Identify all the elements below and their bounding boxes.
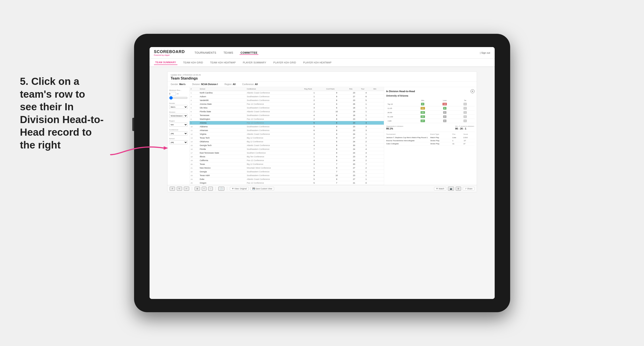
update-time: Update time: 27/03/2024 16:56:26 [171,74,201,76]
cell-reg-rank: 7 [303,147,325,151]
cell-tour: 3 [360,129,372,132]
table-row[interactable]: 19 California Pac-12 Conference 4 8 24 2 [190,159,384,163]
cell-reg-rank: 1 [303,155,325,159]
table-row[interactable]: 10 Alabama Southeastern Conference 5 8 2… [190,125,384,129]
nav-items: TOURNAMENTS TEAMS COMMITTEE [194,51,474,55]
view-original-button[interactable]: 👁 View: Original [230,187,249,190]
cell-tour: 1 [360,102,372,106]
grid-button[interactable]: ⊞ [456,187,461,191]
table-row[interactable]: 20 Texas Big 12 Conference 3 7 20 7 [190,163,384,166]
table-row[interactable]: 17 East Tennessee State Southern Confere… [190,151,384,155]
cell-tour: 6 [360,95,372,99]
save-custom-button[interactable]: 💾 Save Custom View [250,187,274,190]
table-row[interactable]: 11 Arkansas Southeastern Conference 6 8 … [190,129,384,132]
school-select[interactable]: (All) [169,140,188,144]
zoom-in-button[interactable]: + [202,187,206,191]
cell-school: Ole Miss [199,106,246,110]
table-row[interactable]: 6 Florida State Atlantic Coast Conferenc… [190,110,384,114]
table-row[interactable]: 22 Georgia Southeastern Conference 8 7 2… [190,170,384,174]
sub-nav-player-h2h-heatmap[interactable]: PLAYER H2H HEATMAP [302,60,333,65]
nav-tournaments[interactable]: TOURNAMENTS [194,51,217,55]
sub-nav-team-summary[interactable]: TEAM SUMMARY [154,60,178,65]
table-row[interactable]: 21 New Mexico Mountain West Conference 1… [190,166,384,170]
sub-nav-team-h2h-grid[interactable]: TEAM H2H GRID [182,60,204,65]
redo-button[interactable]: ↻ [177,187,182,191]
cell-reg-rank: 2 [303,117,325,121]
region-select[interactable]: N/A [169,123,188,127]
table-row[interactable]: 8 Washington Pac-12 Conference 2 8 23 1 [190,117,384,121]
cell-rds: 23 [348,99,360,102]
table-row[interactable]: 4 Arizona State Pac-12 Conference 4 6 26… [190,102,384,106]
col-tour: Tour [360,87,372,91]
table-row[interactable]: 15 Georgia Tech Atlantic Coast Conferenc… [190,144,384,147]
cell-rank: 9 [190,121,199,125]
table-row[interactable]: 18 Illinois Big Ten Conference 1 9 23 3 [190,155,384,159]
logo-text: SCOREBOARD [154,49,185,54]
col-school: School [199,87,246,91]
table-row[interactable]: 12 Virginia Atlantic Coast Conference 3 … [190,132,384,136]
conference-select[interactable]: (All) [169,132,188,136]
cell-conference: Pac-12 Conference [246,159,303,163]
table-row[interactable]: 16 Florida Southeastern Conference 7 9 2… [190,147,384,151]
cell-conference: Pac-12 Conference [246,102,303,106]
h2h-cell-tie: 0 [456,106,474,111]
h2h-cell-range: 26-50 [386,111,412,115]
outer-background: 5. Click on a team's row to see their In… [0,0,644,346]
zoom-out-button[interactable]: − [208,187,213,191]
filter-division: Division: NCAA Division I [192,83,218,86]
screenshot-button[interactable]: 📷 [448,187,454,191]
instruction-text: 5. Click on a team's row to see their In… [20,75,104,151]
h2h-close-button[interactable]: ✕ [470,89,474,93]
zoom-fit-button[interactable]: ⊞ [195,187,200,191]
cell-school: Oregon [199,181,246,185]
undo-button[interactable]: ↺ [170,187,175,191]
sub-nav-player-summary[interactable]: PLAYER SUMMARY [242,60,268,65]
cell-conference: Atlantic Coast Conference [246,91,303,95]
standings-table: # School Conference Reg Rank Conf Rank R… [190,87,384,185]
sub-nav-player-h2h-grid[interactable]: PLAYER H2H GRID [272,60,298,65]
cell-rds: 18 [348,110,360,114]
table-row[interactable]: 3 Vanderbilt Southeastern Conference 2 8… [190,99,384,102]
h2h-cell-win: 3 [412,102,434,106]
min-rounds-input[interactable] [169,92,176,95]
sign-out-button[interactable]: | Sign out [480,51,490,54]
step-back-button[interactable]: ↩ [184,187,189,191]
table-row[interactable]: 2 Auburn Southeastern Conference 1 9 27 … [190,95,384,99]
toolbar-sep-1 [192,187,192,190]
cell-win [372,147,384,151]
table-row[interactable]: 1 North Carolina Atlantic Coast Conferen… [190,91,384,95]
table-row[interactable]: 7 Tennessee Southeastern Conference 4 6 … [190,114,384,117]
cell-win [372,177,384,181]
cell-conf-rank: 8 [325,125,348,129]
cell-rank: 12 [190,132,199,136]
tournament-pos: 11 [452,143,464,145]
tournament-pos: 1 [452,140,464,142]
table-row[interactable]: 24 Duke Atlantic Coast Conference 5 9 27… [190,177,384,181]
division-select[interactable]: NCAA Division I [169,114,188,118]
cell-rds: 24 [348,140,360,144]
cell-conference: Southern Conference [246,151,303,155]
cell-rds: 21 [348,170,360,174]
gender-select[interactable]: Men's [169,105,188,109]
table-row[interactable]: 13 Texas Tech Big 12 Conference 1 9 27 2 [190,136,384,140]
table-row[interactable]: 23 Texas A&M Southeastern Conference 9 1… [190,174,384,177]
nav-teams[interactable]: TEAMS [222,51,234,55]
table-row[interactable]: 14 Oklahoma Big 12 Conference 3 6 24 2 [190,140,384,144]
watch-button[interactable]: 👁 Watch [434,187,446,190]
cell-win [372,136,384,140]
filter-group-min-rounds: Minimum Rou... 20 [169,89,188,100]
sub-nav-team-h2h-heatmap[interactable]: TEAM H2H HEATMAP [209,60,237,65]
nav-committee[interactable]: COMMITTEE [240,51,258,55]
table-row[interactable]: 9 Arizona Pac-12 Conference 5 8 23 3 [190,121,384,125]
clock-button[interactable]: 🕐 [218,187,224,191]
share-button[interactable]: ↗ Share [463,187,474,190]
table-row[interactable]: 25 Oregon Pac-12 Conference 5 7 21 0 [190,181,384,185]
cell-rds: 24 [348,151,360,155]
cell-tour: 1 [360,114,372,117]
cell-conference: Atlantic Coast Conference [246,132,303,136]
tournament-name: Arizona Thunderbirds Intercollegiate [386,140,430,142]
table-row[interactable]: 5 Ole Miss Southeastern Conference 3 6 1… [190,106,384,110]
cell-tour: 1 [360,170,372,174]
cell-rank: 24 [190,177,199,181]
min-rounds-slider[interactable] [169,96,188,100]
